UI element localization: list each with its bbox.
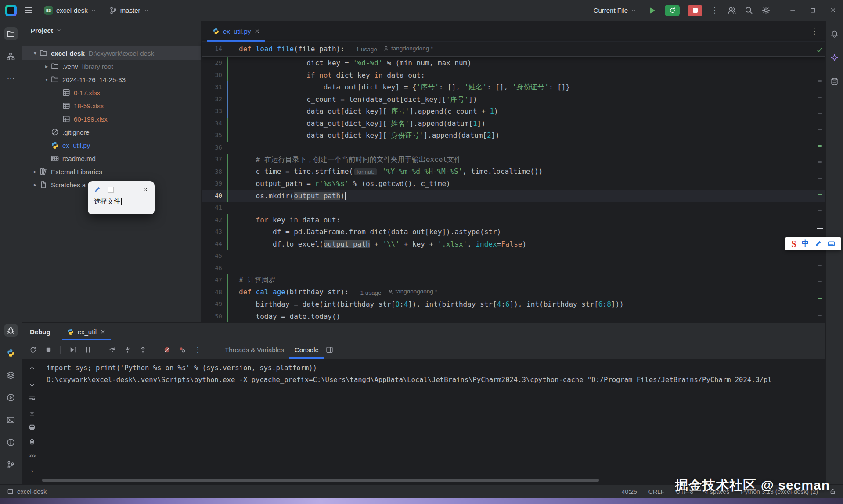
status-widget-40-25[interactable]: 40:25 xyxy=(622,488,637,495)
console-horizontal-scrollbar[interactable] xyxy=(42,479,599,482)
code-line-35[interactable]: 35 data_out[dict_key]['身份证号'].append(dat… xyxy=(202,129,825,142)
tool-window-button-version-control[interactable] xyxy=(4,458,18,471)
line-number[interactable]: 35 xyxy=(202,129,222,142)
line-number[interactable]: 48 xyxy=(202,286,222,299)
debug-tab-close-icon[interactable] xyxy=(100,329,106,335)
annotation-popup-text[interactable]: 选择文件 xyxy=(94,197,148,206)
code-line-44[interactable]: 44 df.to_excel(output_path + '\\' + key … xyxy=(202,238,825,250)
author-hint[interactable]: tangdongdong * xyxy=(383,43,433,55)
scroll-to-end-button[interactable] xyxy=(27,407,37,418)
tab-close-icon[interactable] xyxy=(254,29,260,34)
up-the-stack-trace-button[interactable] xyxy=(27,364,37,375)
line-number[interactable]: 14 xyxy=(202,43,222,55)
tab-options-icon[interactable]: ⋮ xyxy=(811,27,818,35)
settings-icon[interactable] xyxy=(762,6,770,14)
chevron-right-icon[interactable]: ▸ xyxy=(31,168,40,175)
sogou-logo-icon[interactable]: S xyxy=(791,239,796,248)
stripe-mark[interactable] xyxy=(818,178,822,179)
stripe-mark[interactable] xyxy=(818,97,822,98)
rerun-debug-button[interactable] xyxy=(665,5,680,16)
tree-item-external-libraries[interactable]: ▸External Libraries xyxy=(22,165,201,178)
code-line-50[interactable]: 50 today = date.today() xyxy=(202,311,825,323)
stripe-mark[interactable] xyxy=(818,129,822,130)
debug-session-tab[interactable]: ex_util xyxy=(62,323,111,340)
stripe-mark[interactable] xyxy=(818,145,822,147)
tool-window-button-more-tool-windows[interactable]: ⋯ xyxy=(4,72,18,85)
line-number[interactable]: 33 xyxy=(202,105,222,118)
line-number[interactable]: 30 xyxy=(202,69,222,82)
tab-ex-util-py[interactable]: ex_util.py xyxy=(207,21,265,42)
status-project-widget[interactable]: excel-desk xyxy=(7,488,47,495)
code-line-42[interactable]: 42 for key in data_out: xyxy=(202,214,825,226)
chevron-down-icon[interactable]: ▾ xyxy=(31,50,40,56)
usage-hint[interactable]: 1 usage xyxy=(356,43,377,56)
run-button[interactable] xyxy=(648,6,657,15)
tree-item-18-59-xlsx[interactable]: 18-59.xlsx xyxy=(22,99,201,112)
stripe-mark[interactable] xyxy=(817,228,823,229)
code-line-30[interactable]: 30 if not dict_key in data_out: xyxy=(202,69,825,82)
clear-all-button[interactable] xyxy=(27,436,37,447)
line-number[interactable]: 41 xyxy=(202,202,222,214)
line-number[interactable]: 46 xyxy=(202,262,222,275)
search-everywhere-icon[interactable] xyxy=(745,6,753,14)
tree-item-readme-md[interactable]: readme.md xyxy=(22,152,201,165)
chevron-down-icon[interactable]: ▾ xyxy=(42,76,51,82)
stripe-mark[interactable] xyxy=(818,281,822,282)
tool-window-button-services[interactable] xyxy=(4,368,18,382)
status-widget-4-spaces[interactable]: 4 spaces xyxy=(705,488,729,495)
stripe-mark[interactable] xyxy=(818,80,822,82)
pause-program-button[interactable] xyxy=(82,344,94,355)
tree-item-2024-11-26-14-25-33[interactable]: ▾2024-11-26_14-25-33 xyxy=(22,73,201,86)
layout-settings-button[interactable] xyxy=(324,344,335,355)
code-line-33[interactable]: 33 data_out[dict_key]['序号'].append(c_cou… xyxy=(202,105,825,118)
debug-more-options-button[interactable]: ⋮ xyxy=(192,344,203,355)
tool-window-button-problems[interactable] xyxy=(4,436,18,449)
code-line-46[interactable]: 46 xyxy=(202,262,825,275)
lock-open-icon[interactable] xyxy=(829,488,836,495)
tool-window-button-python-packages[interactable] xyxy=(4,346,18,359)
code-line-37[interactable]: 37 # 在运行目录下，创建一个当前时间的文件夹用于输出excel文件 xyxy=(202,154,825,166)
code-line-36[interactable]: 36 xyxy=(202,142,825,154)
line-number[interactable]: 44 xyxy=(202,238,222,250)
code-line-29[interactable]: 29 dict_key = '%d-%d' % (min_num, max_nu… xyxy=(202,57,825,69)
project-panel-header[interactable]: Project xyxy=(22,21,201,39)
square-swatch[interactable] xyxy=(108,187,114,193)
debug-view-tab-threads-variables[interactable]: Threads & Variables xyxy=(220,340,289,359)
branch-widget[interactable]: master xyxy=(105,4,153,17)
tool-window-button-structure[interactable] xyxy=(4,50,18,63)
stripe-mark[interactable] xyxy=(818,113,822,114)
down-the-stack-trace-button[interactable] xyxy=(27,379,37,389)
code-line-49[interactable]: 49 birthday = date(int(birthday_str[0:4]… xyxy=(202,298,825,311)
step-over-button[interactable] xyxy=(106,344,118,355)
line-number[interactable]: 40 xyxy=(202,190,222,202)
tool-window-button-database[interactable] xyxy=(828,75,841,88)
code-line-45[interactable]: 45 xyxy=(202,250,825,262)
ime-pen-icon[interactable] xyxy=(814,240,822,247)
code-line-32[interactable]: 32 c_count = len(data_out[dict_key]['序号'… xyxy=(202,93,825,106)
code-line-14[interactable]: 14def load_file(file_path):1 usagetangdo… xyxy=(202,42,825,56)
tool-window-button-notifications[interactable] xyxy=(828,27,841,40)
tree-item-0-17-xlsx[interactable]: 0-17.xlsx xyxy=(22,86,201,99)
tool-window-button-ai-assistant[interactable] xyxy=(828,51,841,64)
main-menu-icon[interactable] xyxy=(22,4,35,17)
line-number[interactable]: 50 xyxy=(202,311,222,323)
author-hint[interactable]: tangdongdong * xyxy=(388,286,437,298)
debug-view-tab-console[interactable]: Console xyxy=(289,340,324,359)
minimize-window-button[interactable] xyxy=(782,0,803,21)
stripe-mark[interactable] xyxy=(818,265,822,266)
error-stripe[interactable] xyxy=(814,42,825,322)
tree-item-60-199-xlsx[interactable]: 60-199.xlsx xyxy=(22,112,201,125)
status-widget-crlf[interactable]: CRLF xyxy=(648,488,665,495)
tool-window-button-run[interactable] xyxy=(4,391,18,404)
python-prompt-button[interactable]: >>> xyxy=(27,451,37,461)
tree-item-excel-desk[interactable]: ▾excel-deskD:\cxywork\excel-desk xyxy=(22,46,201,60)
close-window-button[interactable] xyxy=(823,0,843,21)
code-with-me-icon[interactable] xyxy=(728,6,736,14)
line-number[interactable]: 29 xyxy=(202,57,222,69)
chevron-right-icon[interactable]: ▸ xyxy=(31,182,40,188)
code-line-34[interactable]: 34 data_out[dict_key]['姓名'].append(datum… xyxy=(202,118,825,130)
popup-close-icon[interactable] xyxy=(142,186,148,193)
status-widget-python-3-13-excel-desk-2[interactable]: Python 3.13 (excel-desk) (2) xyxy=(741,488,818,495)
rerun-debug-button[interactable] xyxy=(27,344,39,355)
line-number[interactable]: 45 xyxy=(202,250,222,262)
